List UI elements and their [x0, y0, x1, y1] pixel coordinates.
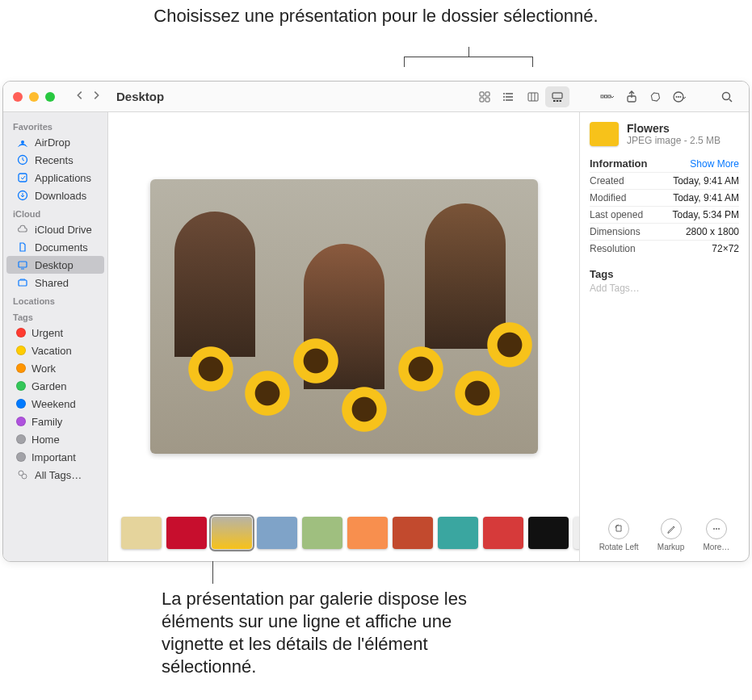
sidebar-tag-work[interactable]: Work	[6, 359, 104, 377]
sidebar-label: All Tags…	[35, 469, 82, 481]
svg-rect-3	[485, 98, 489, 102]
sidebar-item-icloud-drive[interactable]: iCloud Drive	[6, 220, 104, 238]
sidebar-header-tags: Tags	[3, 308, 107, 324]
main-pane	[108, 112, 579, 561]
markup-action[interactable]: Markup	[657, 518, 684, 551]
svg-point-30	[716, 528, 717, 530]
back-button[interactable]	[74, 90, 86, 104]
thumbnail[interactable]	[393, 517, 433, 549]
sidebar-tag-garden[interactable]: Garden	[6, 377, 104, 395]
svg-point-24	[19, 191, 27, 200]
info-section-title: Information	[590, 157, 648, 170]
list-view-button[interactable]	[497, 86, 521, 107]
sidebar-label: Recents	[35, 154, 74, 166]
rotate-left-action[interactable]: Rotate Left	[599, 518, 639, 551]
tag-dot-blue	[16, 399, 26, 409]
sidebar-label: Work	[32, 363, 56, 375]
svg-rect-7	[528, 93, 538, 101]
svg-rect-25	[19, 262, 27, 267]
svg-point-22	[19, 156, 27, 165]
thumbnail[interactable]	[573, 517, 579, 549]
sidebar-label: Downloads	[35, 190, 86, 202]
thumbnail[interactable]	[166, 517, 207, 549]
sidebar-label: Garden	[32, 380, 66, 392]
sidebar-tag-important[interactable]: Important	[6, 448, 104, 466]
tags-button[interactable]	[644, 86, 668, 107]
sidebar-tag-vacation[interactable]: Vacation	[6, 342, 104, 359]
sidebar-label: Applications	[35, 172, 91, 184]
sidebar-tag-home[interactable]: Home	[6, 430, 104, 448]
alltags-icon	[16, 468, 29, 481]
show-more-link[interactable]: Show More	[690, 158, 739, 170]
maximize-button[interactable]	[45, 92, 55, 102]
sidebar-all-tags[interactable]: All Tags…	[6, 466, 104, 484]
sidebar-item-applications[interactable]: Applications	[6, 169, 104, 187]
sidebar-header-favorites: Favorites	[3, 117, 107, 133]
thumbnail-selected[interactable]	[212, 517, 252, 549]
thumbnail-strip[interactable]	[108, 505, 579, 561]
sidebar-item-shared[interactable]: Shared	[6, 274, 104, 291]
info-row-resolution: Resolution72×72	[590, 240, 739, 257]
svg-rect-23	[19, 174, 27, 182]
sidebar-item-recents[interactable]: Recents	[6, 151, 104, 169]
sidebar-header-locations: Locations	[3, 291, 107, 308]
preview-wrap	[108, 112, 579, 505]
more-icon	[706, 518, 727, 539]
nav-arrows	[74, 90, 102, 104]
sidebar-tag-family[interactable]: Family	[6, 413, 104, 430]
svg-point-20	[723, 92, 730, 99]
thumbnail[interactable]	[528, 517, 569, 549]
quick-actions: Rotate Left Markup More…	[590, 510, 739, 551]
svg-point-21	[21, 140, 24, 144]
toolbar-actions	[592, 86, 695, 107]
sidebar-label: Family	[32, 416, 62, 428]
tag-dot-yellow	[16, 346, 26, 355]
tag-dot-green	[16, 381, 26, 391]
info-row-modified: ModifiedToday, 9:41 AM	[590, 189, 739, 206]
callout-line	[212, 561, 213, 584]
sidebar-item-desktop[interactable]: Desktop	[6, 256, 104, 274]
preview-image[interactable]	[150, 179, 538, 454]
thumbnail[interactable]	[438, 517, 478, 549]
shared-icon	[16, 276, 29, 289]
close-button[interactable]	[13, 92, 23, 102]
add-tags-field[interactable]: Add Tags…	[590, 283, 739, 294]
minimize-button[interactable]	[29, 92, 39, 102]
icon-view-button[interactable]	[473, 86, 497, 107]
action-button[interactable]	[668, 86, 692, 107]
svg-point-6	[503, 99, 505, 101]
info-thumb	[590, 122, 619, 146]
thumbnail[interactable]	[483, 517, 523, 549]
svg-point-28	[22, 474, 27, 479]
thumbnail[interactable]	[302, 517, 342, 549]
annotation-top: Choisissez une présentation pour le doss…	[0, 5, 752, 27]
sidebar: Favorites AirDrop Recents Applications D…	[3, 112, 108, 561]
file-name: Flowers	[627, 122, 720, 135]
thumbnail[interactable]	[347, 517, 388, 549]
info-row-dimensions: Dimensions2800 x 1800	[590, 223, 739, 240]
thumbnail[interactable]	[121, 517, 162, 549]
thumbnail[interactable]	[257, 517, 297, 549]
tag-dot-orange	[16, 363, 26, 373]
sidebar-tag-urgent[interactable]: Urgent	[6, 324, 104, 342]
search-button[interactable]	[715, 86, 739, 107]
forward-button[interactable]	[90, 90, 102, 104]
tag-dot-purple	[16, 417, 26, 426]
sidebar-tag-weekend[interactable]: Weekend	[6, 395, 104, 413]
sidebar-item-documents[interactable]: Documents	[6, 238, 104, 256]
sidebar-item-downloads[interactable]: Downloads	[6, 187, 104, 204]
sidebar-item-airdrop[interactable]: AirDrop	[6, 133, 104, 151]
window-title: Desktop	[116, 90, 164, 103]
svg-rect-11	[560, 100, 562, 102]
gallery-view-button[interactable]	[545, 86, 569, 107]
info-row-created: CreatedToday, 9:41 AM	[590, 172, 739, 189]
info-pane: Flowers JPEG image - 2.5 MB Information …	[579, 112, 749, 561]
svg-rect-12	[601, 95, 603, 98]
svg-rect-1	[485, 92, 489, 96]
more-action[interactable]: More…	[704, 518, 730, 551]
file-kind-size: JPEG image - 2.5 MB	[627, 135, 720, 146]
column-view-button[interactable]	[521, 86, 545, 107]
svg-rect-15	[628, 96, 636, 102]
share-button[interactable]	[620, 86, 644, 107]
group-button[interactable]	[595, 86, 620, 107]
